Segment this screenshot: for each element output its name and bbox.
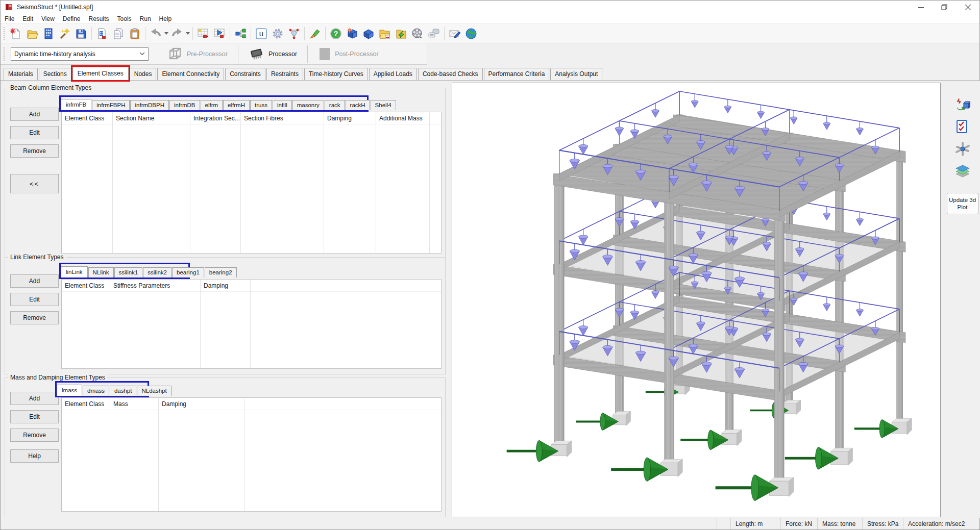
subtab-NLdashpt[interactable]: NLdashpt [137,386,171,396]
toolbar-grip[interactable] [4,47,6,61]
building-model-icon[interactable] [41,26,56,41]
menu-define[interactable]: Define [59,14,85,23]
subtab-Shell4[interactable]: Shell4 [371,100,396,110]
copy-page-icon[interactable] [111,26,126,41]
subtab-infrmFBPH[interactable]: infrmFBPH [92,100,130,110]
subtab-linLink[interactable]: linLink [61,266,88,277]
subtab-elfrmH[interactable]: elfrmH [223,100,250,110]
close-button[interactable] [956,1,979,14]
subtab-dmass[interactable]: dmass [83,386,109,396]
node-search-icon[interactable] [286,26,302,41]
copy-model-icon[interactable] [94,26,110,41]
open-project-icon[interactable] [24,26,40,41]
redo-dropdown-icon[interactable] [185,26,190,41]
layers-icon[interactable] [953,162,972,181]
subtab-bearing1[interactable]: bearing1 [172,267,204,277]
analysis-type-dropdown[interactable]: Dynamic time-history analysis [11,47,149,61]
format-brush-icon[interactable] [307,26,323,41]
menu-results[interactable]: Results [85,14,113,23]
subtab-NLlink[interactable]: NLlink [88,267,114,277]
minimize-button[interactable] [909,1,933,14]
tab-nodes[interactable]: Nodes [130,68,157,80]
help-book-new-icon[interactable] [345,26,360,41]
tab-code-based-checks[interactable]: Code-based Checks [418,68,483,80]
subtab-infrmFB[interactable]: infrmFB [61,99,91,110]
mass-add-button[interactable]: Add [10,392,59,405]
update-3d-plot-button[interactable]: Update 3d Plot [947,193,978,214]
new-project-icon[interactable] [8,26,23,41]
restore-button[interactable] [933,1,956,14]
beam-column-edit-button[interactable]: Edit [10,126,59,139]
building-model-3d[interactable] [452,83,940,517]
undo-icon[interactable] [148,26,163,41]
web-globe-icon[interactable] [463,26,479,41]
beam-column-remove-button[interactable]: Remove [10,144,59,158]
help-book-icon[interactable] [361,26,376,41]
link-elements-table[interactable]: Element Class Stiffness Parameters Dampi… [61,279,442,369]
subtab-bearing2[interactable]: bearing2 [205,267,237,277]
paste-icon[interactable] [127,26,142,41]
subtab-masonry[interactable]: masonry [292,100,324,110]
menu-file[interactable]: File [1,14,18,23]
tab-performance-criteria[interactable]: Performance Criteria [484,68,550,80]
undo-dropdown-icon[interactable] [164,26,169,41]
tab-time-history-curves[interactable]: Time-history Curves [304,68,368,80]
units-icon[interactable]: u [254,26,269,41]
tab-element-connectivity[interactable]: Element Connectivity [157,68,224,80]
plot-options-icon[interactable] [953,95,972,113]
subtab-dashpt[interactable]: dashpt [110,386,137,396]
beam-column-table[interactable]: Element Class Section Name Integration S… [61,112,442,254]
toolbar-grip[interactable] [4,27,6,40]
performance-checks-icon[interactable] [953,117,972,136]
processor-button[interactable]: Processor [241,45,304,63]
axes-3d-icon[interactable] [953,140,972,158]
menu-tools[interactable]: Tools [113,14,136,23]
subtab-lmass[interactable]: lmass [57,385,82,396]
refresh-folder-icon[interactable] [394,26,409,41]
connectivity-icon[interactable] [233,26,248,41]
link-add-button[interactable]: Add [10,274,59,288]
tab-analysis-output[interactable]: Analysis Output [550,68,602,80]
mass-damping-table[interactable]: Element Class Mass Damping [61,397,442,512]
save-icon[interactable] [74,26,89,41]
subtab-ssilink1[interactable]: ssilink1 [114,267,143,277]
subtab-infill[interactable]: infill [273,100,292,110]
menu-run[interactable]: Run [136,14,155,23]
subtab-rackH[interactable]: rackH [346,100,370,110]
subtab-rack[interactable]: rack [325,100,345,110]
movie-icon[interactable] [410,26,425,41]
pre-processor-button[interactable]: Pre-Processor [161,45,235,63]
comments-icon[interactable] [426,26,442,41]
table-movie-icon[interactable] [195,26,211,41]
subtab-infrmDB[interactable]: infrmDB [169,100,200,110]
help-icon[interactable]: ? [328,26,344,41]
export-folder-icon[interactable] [377,26,393,41]
beam-column-add-button[interactable]: Add [10,108,59,121]
tab-materials[interactable]: Materials [4,68,38,80]
subtab-elfrm[interactable]: elfrm [201,100,223,110]
tab-applied-loads[interactable]: Applied Loads [369,68,417,80]
menu-view[interactable]: View [37,14,59,23]
link-remove-button[interactable]: Remove [10,311,59,324]
table-play-icon[interactable] [212,26,227,41]
tab-sections[interactable]: Sections [39,68,71,80]
redo-icon[interactable] [169,26,185,41]
help-button[interactable]: Help [10,449,59,463]
model-3d-view[interactable] [452,83,941,517]
mass-edit-button[interactable]: Edit [10,410,59,423]
menu-edit[interactable]: Edit [18,14,37,23]
menu-help[interactable]: Help [155,14,176,23]
post-processor-button[interactable]: Post-Processor [311,45,385,63]
collapse-panel-button[interactable]: << [10,174,59,193]
tab-element-classes[interactable]: Element Classes [72,67,129,80]
settings-gear-icon[interactable] [270,26,285,41]
mass-remove-button[interactable]: Remove [10,428,59,442]
subtab-truss[interactable]: truss [250,100,272,110]
subtab-infrmDBPH[interactable]: infrmDBPH [130,100,169,110]
tab-restraints[interactable]: Restraints [266,68,303,80]
tab-constraints[interactable]: Constraints [225,68,265,80]
wizard-icon[interactable] [57,26,72,41]
subtab-ssilink2[interactable]: ssilink2 [143,267,172,277]
link-edit-button[interactable]: Edit [10,293,59,306]
send-mail-icon[interactable] [447,26,462,41]
